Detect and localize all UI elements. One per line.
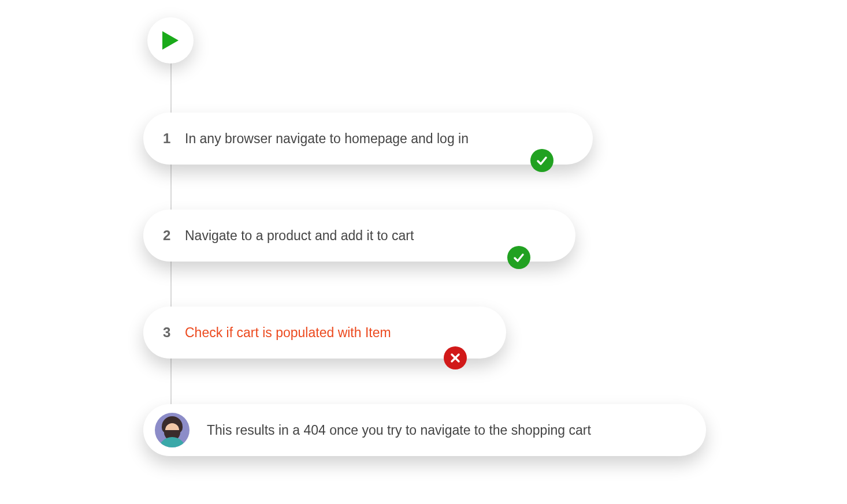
status-badge-pass [507,246,530,269]
step-text: Navigate to a product and add it to cart [185,228,414,244]
play-button[interactable] [147,17,194,64]
check-icon [536,154,548,167]
person-avatar-icon [155,413,190,447]
comment-text: This results in a 404 once you try to na… [207,423,591,438]
x-icon [449,352,461,364]
status-badge-fail [444,346,467,369]
step-number: 3 [163,324,185,341]
step-text: Check if cart is populated with Item [185,325,391,341]
svg-marker-0 [162,31,179,50]
test-steps-diagram: 1 In any browser navigate to homepage an… [0,0,847,504]
check-icon [512,251,525,264]
status-badge-pass [530,149,553,172]
step-text: In any browser navigate to homepage and … [185,131,469,147]
play-icon [162,31,179,50]
step-card-1[interactable]: 1 In any browser navigate to homepage an… [143,113,593,165]
step-number: 2 [163,227,185,244]
step-number: 1 [163,130,185,147]
comment-card[interactable]: This results in a 404 once you try to na… [143,404,706,456]
